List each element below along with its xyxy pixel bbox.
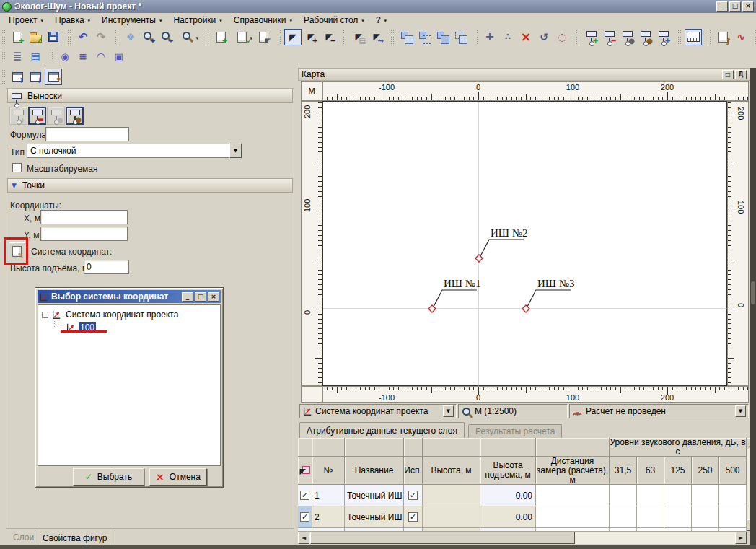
freq-cell[interactable] — [719, 506, 747, 528]
menu-item-6[interactable]: Рабочий стол▾ — [298, 14, 370, 27]
use-checkbox[interactable]: ✓ — [408, 491, 418, 500]
distance-cell[interactable] — [536, 485, 610, 506]
noise-source-point[interactable]: ИШ №3 — [522, 278, 575, 312]
column-header-6[interactable]: Дистанция замера (расчёта), м — [536, 457, 610, 485]
point-marker-diamond[interactable] — [522, 305, 529, 312]
select-add-icon[interactable]: ◤+ — [302, 29, 320, 45]
lasso-icon[interactable]: ◌ — [553, 29, 571, 45]
shape-union-icon[interactable] — [397, 29, 415, 45]
delete-figure-icon[interactable]: × — [517, 29, 535, 45]
edit-formula-icon[interactable]: ƒ — [714, 29, 731, 45]
callout-add-icon[interactable]: + — [583, 29, 600, 45]
clip-wave-icon[interactable]: ∿ — [732, 29, 750, 45]
use-cell[interactable]: ✓ — [404, 485, 423, 506]
scroll-right-button[interactable]: ► — [735, 532, 747, 544]
window-titlebar[interactable]: Эколог-Шум - Новый проект * _□× — [0, 0, 756, 13]
redo-icon[interactable]: ↷ — [92, 29, 110, 45]
move-figure-icon[interactable]: + — [481, 29, 498, 45]
reference-book-icon[interactable]: ▤ — [27, 48, 44, 65]
column-header-10[interactable]: 250 — [692, 457, 719, 485]
layers-icon[interactable]: ≣ — [9, 48, 26, 65]
name-cell[interactable]: Точечный ИШ — [345, 485, 404, 506]
angle-source-icon[interactable]: ◠ — [92, 48, 110, 65]
zoom-extent-icon[interactable]: ▾ — [176, 29, 200, 45]
menu-item-4[interactable]: Настройки▾ — [167, 14, 227, 27]
freq-cell[interactable] — [637, 485, 664, 506]
maximize-button[interactable]: □ — [729, 1, 741, 12]
freq-cell[interactable] — [692, 506, 719, 528]
column-header-5[interactable]: Высота подъема, м — [480, 457, 536, 485]
dialog-close-button[interactable]: × — [208, 292, 219, 302]
column-header-9[interactable]: 125 — [664, 457, 692, 485]
row-checkbox[interactable]: ✓ — [300, 512, 309, 522]
row-select-cell[interactable]: ✓ — [298, 506, 312, 528]
menu-item-7[interactable]: ?▾ — [370, 14, 392, 27]
noise-source-point[interactable]: ИШ №2 — [475, 227, 528, 262]
column-header-4[interactable]: Высота, м — [423, 457, 480, 485]
point-source-icon[interactable]: ◉ — [56, 48, 74, 65]
freq-cell[interactable] — [610, 506, 637, 528]
select-drag-icon[interactable]: ◤→ — [368, 29, 385, 45]
freq-cell[interactable] — [692, 485, 719, 506]
row-select-cell[interactable]: ✓ — [298, 485, 312, 506]
select-icon[interactable]: ◤ — [284, 29, 302, 45]
x-input[interactable] — [40, 210, 128, 224]
collapse-icon[interactable]: − — [42, 312, 48, 318]
select-figure-icon[interactable]: ◤▤ — [350, 29, 367, 45]
menu-item-1[interactable]: Проект▾ — [3, 14, 49, 27]
select-remove-icon[interactable]: ◤− — [320, 29, 338, 45]
freq-cell[interactable] — [719, 485, 747, 506]
use-cell[interactable]: ✓ — [404, 506, 423, 528]
column-header-7[interactable]: 31,5 — [610, 457, 637, 485]
save-project-icon[interactable] — [45, 29, 62, 45]
tree-node-project-cs[interactable]: − Система координат проекта — [42, 309, 180, 320]
add-object-icon[interactable]: + — [212, 29, 229, 45]
scalable-checkbox[interactable] — [12, 163, 22, 172]
coordinate-system-selector[interactable]: Система координат проекта ▼ — [299, 404, 457, 418]
cancel-button[interactable]: × Отмена — [149, 468, 207, 486]
callout-delete-icon[interactable]: − — [601, 29, 618, 45]
column-header-11[interactable]: 500 — [719, 457, 747, 485]
column-header-3[interactable]: Исп. — [404, 457, 423, 485]
callout-anchor-button[interactable]: ● — [66, 107, 84, 125]
linear-source-icon[interactable]: ≡ — [74, 48, 92, 65]
bottom-tab-2[interactable]: Свойства фигур — [35, 530, 115, 546]
zoom-in-icon[interactable]: + — [140, 29, 157, 45]
scroll-left-button[interactable]: ◄ — [298, 532, 309, 544]
edit-nodes-icon[interactable]: ∴ — [499, 29, 517, 45]
callout-node-icon[interactable]: ● — [619, 29, 636, 45]
lift-height-cell[interactable]: 0.00 — [480, 506, 536, 528]
column-header-2[interactable]: Название — [345, 457, 404, 485]
map-titlebar[interactable]: Карта □Д — [298, 68, 750, 81]
window-up-icon[interactable]: ↑ — [9, 69, 26, 85]
select-button[interactable]: ✓ Выбрать — [73, 468, 144, 486]
column-header-8[interactable]: 63 — [637, 457, 664, 485]
close-button[interactable]: × — [742, 1, 754, 12]
freq-cell[interactable] — [664, 506, 692, 528]
column-header-1[interactable]: № — [312, 457, 345, 485]
formula-input[interactable] — [45, 127, 129, 141]
callout-delete-button[interactable]: ▬ — [28, 107, 46, 125]
minimize-button[interactable]: _ — [716, 1, 728, 12]
reshape-figure-icon[interactable]: ↺ — [535, 29, 553, 45]
freq-cell[interactable] — [664, 485, 692, 506]
chevron-down-icon[interactable]: ▼ — [443, 405, 454, 417]
map-pin-button[interactable]: Д — [735, 70, 747, 79]
horizontal-scroll-thumb[interactable] — [310, 532, 575, 544]
callouts-section-header[interactable]: Выноски — [7, 89, 293, 103]
shape-subtract-icon[interactable] — [452, 29, 469, 45]
callout-add-button[interactable]: + — [9, 107, 27, 125]
menu-item-5[interactable]: Справочники▾ — [228, 14, 298, 27]
dialog-maximize-button[interactable]: □ — [195, 292, 206, 302]
freq-cell[interactable] — [637, 506, 664, 528]
shape-intersect-icon[interactable] — [434, 29, 451, 45]
menu-item-3[interactable]: Инструменты▾ — [96, 14, 167, 27]
point-marker-diamond[interactable] — [428, 305, 436, 312]
callout-type-select[interactable]: С полочкой ▼ — [27, 144, 242, 158]
volume-source-icon[interactable]: ▣ — [110, 48, 128, 65]
table-tab-2[interactable]: Результаты расчета — [468, 424, 562, 438]
open-project-icon[interactable]: ↗ — [27, 29, 44, 45]
noise-source-point[interactable]: ИШ №1 — [428, 278, 481, 312]
scale-ruler-icon[interactable] — [685, 29, 702, 45]
map-canvas[interactable]: ИШ №1ИШ №2ИШ №3 — [322, 101, 727, 386]
